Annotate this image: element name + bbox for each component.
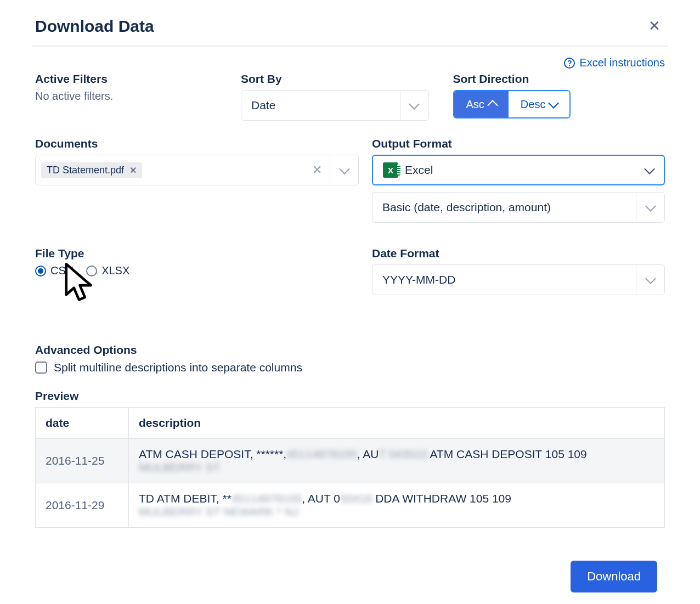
sort-by-section: Sort By Date — [241, 72, 453, 121]
document-tag: TD Statement.pdf ✕ — [41, 162, 142, 178]
split-multiline-label: Split multiline descriptions into separa… — [54, 361, 302, 374]
desc-label: Desc — [521, 98, 546, 111]
output-template-select[interactable]: Basic (date, description, amount) — [372, 192, 665, 223]
active-filters-label: Active Filters — [35, 72, 241, 86]
sort-by-select[interactable]: Date — [241, 90, 429, 121]
chevron-box — [636, 265, 664, 295]
chevron-box — [400, 91, 428, 120]
output-template-value: Basic (date, description, amount) — [382, 201, 551, 214]
output-format-label: Output Format — [372, 137, 665, 150]
preview-table: date description 2016-11-25 ATM CASH DEP… — [35, 407, 665, 528]
output-format-value: Excel — [405, 163, 433, 177]
help-link-text: Excel instructions — [579, 57, 665, 69]
modal-header: Download Data ✕ — [32, 4, 668, 47]
table-row: 2016-11-29 TD ATM DEBIT, **45114878155, … — [36, 483, 665, 528]
sort-by-value: Date — [251, 99, 275, 112]
date-format-section: Date Format YYYY-MM-DD — [372, 247, 665, 295]
xlsx-label: XLSX — [101, 264, 129, 277]
documents-label: Documents — [35, 137, 359, 150]
file-type-csv-radio[interactable]: CSV — [35, 264, 73, 277]
sort-by-label: Sort By — [241, 72, 429, 86]
download-button[interactable]: Download — [571, 561, 657, 592]
cell-date: 2016-11-29 — [36, 483, 129, 528]
radio-dot-icon — [86, 266, 97, 276]
chevron-down-icon — [549, 98, 560, 109]
file-type-label: File Type — [35, 247, 359, 260]
asc-label: Asc — [466, 98, 484, 111]
chevron-up-icon — [487, 100, 498, 111]
sort-direction-toggle: Asc Desc — [453, 90, 571, 118]
excel-instructions-link[interactable]: ? Excel instructions — [564, 57, 665, 69]
modal-footer: Download — [32, 528, 668, 604]
clear-all-icon[interactable]: ✕ — [304, 163, 330, 177]
sort-direction-section: Sort Direction Asc Desc — [453, 72, 665, 121]
preview-section: Preview date description 2016-11-25 ATM … — [32, 374, 668, 528]
date-format-select[interactable]: YYYY-MM-DD — [372, 264, 665, 295]
help-icon: ? — [564, 58, 575, 69]
split-multiline-checkbox[interactable] — [35, 362, 47, 374]
preview-label: Preview — [35, 390, 665, 403]
active-filters-section: Active Filters No active filters. — [35, 72, 241, 121]
excel-icon: X — [383, 162, 398, 178]
chevron-down-icon — [339, 163, 350, 174]
cell-description: TD ATM DEBIT, **45114878155, AUT 050418 … — [129, 483, 665, 528]
col-date-header: date — [36, 408, 129, 439]
col-description-header: description — [129, 408, 665, 439]
cell-description: ATM CASH DEPOSIT, ******,45114878155, AU… — [129, 439, 665, 483]
help-row: ? Excel instructions — [32, 47, 668, 69]
advanced-options-label: Advanced Options — [35, 343, 665, 357]
active-filters-value: No active filters. — [35, 90, 241, 103]
document-tag-label: TD Statement.pdf — [47, 165, 124, 176]
csv-label: CSV — [50, 264, 73, 277]
desc-button[interactable]: Desc — [509, 91, 570, 117]
advanced-options-section: Advanced Options Split multiline descrip… — [32, 295, 668, 374]
documents-select[interactable]: TD Statement.pdf ✕ ✕ — [35, 155, 359, 185]
sort-direction-label: Sort Direction — [453, 72, 665, 86]
chevron-down-icon — [645, 273, 656, 284]
download-modal: Download Data ✕ ? Excel instructions Act… — [32, 0, 668, 604]
output-format-section: Output Format X Excel Basic (date, descr… — [372, 137, 665, 223]
radio-dot-icon — [35, 266, 46, 276]
file-type-section: File Type CSV XLSX — [35, 247, 359, 295]
table-row: 2016-11-25 ATM CASH DEPOSIT, ******,4511… — [36, 439, 665, 483]
asc-button[interactable]: Asc — [454, 91, 509, 117]
chevron-down-icon — [644, 163, 655, 174]
output-format-select[interactable]: X Excel — [372, 155, 665, 185]
tag-remove-icon[interactable]: ✕ — [129, 165, 137, 176]
chevron-down-icon — [645, 201, 656, 212]
cell-date: 2016-11-25 — [36, 439, 129, 483]
modal-title: Download Data — [35, 17, 154, 36]
chevron-down-icon — [409, 99, 420, 110]
chevron-box — [330, 155, 358, 185]
close-icon[interactable]: ✕ — [644, 15, 665, 37]
documents-section: Documents TD Statement.pdf ✕ ✕ — [35, 137, 359, 223]
file-type-xlsx-radio[interactable]: XLSX — [86, 264, 129, 277]
chevron-box — [636, 193, 664, 222]
chevron-box — [635, 156, 664, 184]
date-format-label: Date Format — [372, 247, 665, 260]
date-format-value: YYYY-MM-DD — [382, 273, 455, 286]
